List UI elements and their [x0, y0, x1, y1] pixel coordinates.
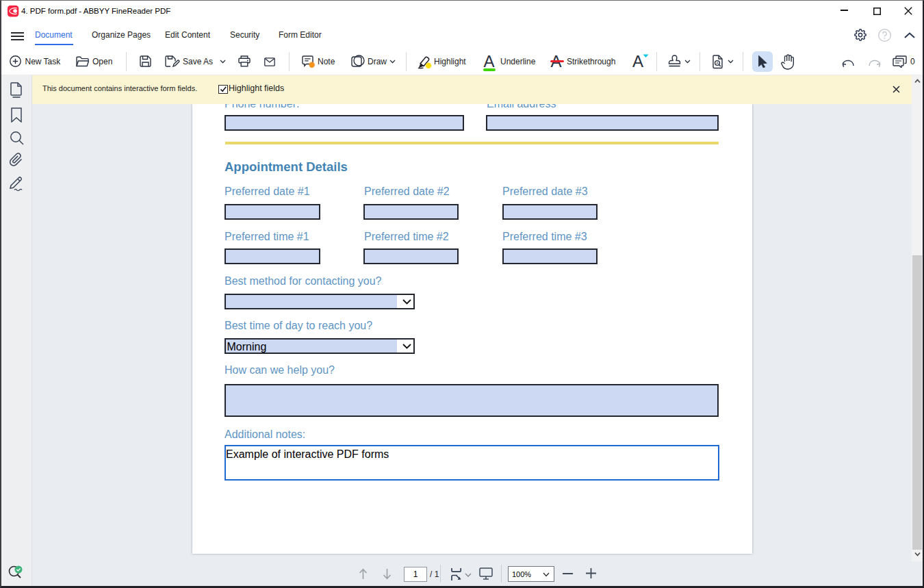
svg-text:A: A [716, 61, 719, 65]
